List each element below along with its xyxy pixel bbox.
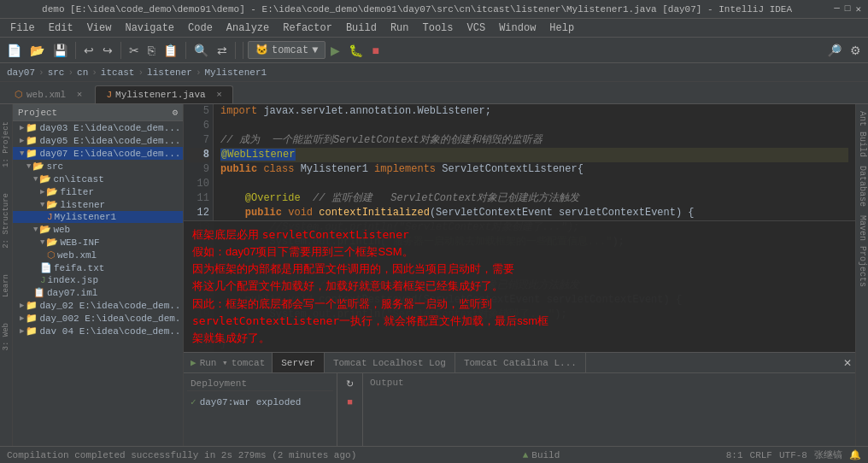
run-button[interactable]: ▶: [327, 42, 343, 59]
tree-cnitcast[interactable]: ▼ 📂 cn\itcast: [13, 173, 183, 185]
xml-icon: ⬡: [47, 249, 56, 261]
tree-day002[interactable]: ▶ 📁 day_002 E:\idea\code_dem...: [13, 312, 183, 325]
status-left: Compilation completed successfully in 2s…: [7, 450, 356, 460]
menu-edit[interactable]: Edit: [42, 19, 80, 37]
file-tree: ▶ 📁 day03 E:\idea\code_dem... ▶ 📁 day05 …: [13, 121, 183, 446]
close-bottom-panel[interactable]: ✕: [840, 353, 855, 372]
database-icon[interactable]: Database: [856, 162, 869, 210]
code-line-10: [220, 177, 848, 191]
status-right: 8:1 CRLF UTF-8 张继镐 🔔: [726, 448, 861, 461]
bottom-tab-localhost-log[interactable]: Tomcat Localhost Log: [325, 353, 455, 372]
close-tab-mylistener[interactable]: ×: [216, 90, 222, 100]
tree-day03[interactable]: ▶ 📁 day03 E:\idea\code_dem...: [13, 121, 183, 134]
tree-day07iml[interactable]: 📋 day07.iml: [13, 286, 183, 299]
tree-dav04[interactable]: ▶ 📁 dav 04 E:\idea\code_dem...: [13, 325, 183, 337]
menu-run[interactable]: Run: [384, 19, 416, 37]
tab-web-xml[interactable]: ⬡web.xml ×: [3, 85, 93, 103]
bottom-tab-catalina[interactable]: Tomcat Catalina L...: [455, 353, 586, 372]
code-line-6: [220, 119, 848, 133]
overlay-line3: 因为框架的内部都是用配置文件调用的，因此当项目启动时，需要: [192, 261, 847, 278]
title-bar: demo [E:\idea\code_demo\demo91\demo] - E…: [0, 0, 868, 19]
menu-navigate[interactable]: Navigate: [118, 19, 181, 37]
arrow-day03: ▶: [20, 123, 24, 132]
menu-refactor[interactable]: Refactor: [276, 19, 339, 37]
tab-mylistener1[interactable]: JMylistener1.java ×: [95, 85, 232, 103]
search-everywhere[interactable]: 🔎: [824, 42, 845, 59]
bottom-tab-server[interactable]: Server: [273, 353, 325, 372]
toolbar-paste[interactable]: 📋: [160, 42, 181, 59]
settings-button[interactable]: ⚙: [847, 42, 865, 59]
panel-gear[interactable]: ⚙: [172, 107, 178, 118]
menu-code[interactable]: Code: [181, 19, 220, 37]
breadcrumb-mylistener1[interactable]: Mylistener1: [205, 67, 267, 78]
toolbar-new[interactable]: 📄: [3, 42, 25, 59]
tree-day07[interactable]: ▼ 📁 day07 E:\idea\code_dem...: [13, 147, 183, 160]
breadcrumb-src[interactable]: src: [48, 67, 65, 78]
toolbar-find[interactable]: 🔍: [191, 42, 212, 59]
deployment-item[interactable]: ✓ day07:war exploded: [187, 395, 333, 409]
tree-day02[interactable]: ▶ 📁 day_02 E:\idea\code_dem...: [13, 299, 183, 312]
tree-feifa[interactable]: 📄 feifa.txt: [13, 261, 183, 274]
run-restart[interactable]: ↻: [343, 377, 357, 391]
breadcrumb-itcast[interactable]: itcast: [101, 67, 135, 78]
debug-button[interactable]: 🐛: [345, 42, 367, 59]
title-text: demo [E:\idea\code_demo\demo91\demo] - E…: [7, 4, 827, 15]
tree-webxml[interactable]: ⬡ web.xml: [13, 249, 183, 261]
folder-icon-dav04: 📁: [26, 325, 38, 337]
tree-webinf[interactable]: ▼ 📂 WEB-INF: [13, 236, 183, 249]
breadcrumb-listener[interactable]: listener: [147, 67, 192, 78]
run-panel: ▶ Run ▾ tomcat Server Tomcat Localhost L…: [184, 352, 855, 446]
tree-filter[interactable]: ▶ 📂 filter: [13, 185, 183, 198]
menu-help[interactable]: Help: [542, 19, 581, 37]
code-line-7: // 成为 一个能监听到ServletContext对象的创建和销毁的监听器: [220, 133, 848, 148]
build-label: Build: [531, 450, 560, 460]
toolbar-open[interactable]: 📂: [26, 42, 48, 59]
close-tab-webxml[interactable]: ×: [77, 90, 83, 100]
run-config[interactable]: 🐱 tomcat ▼: [248, 41, 326, 59]
toolbar-redo[interactable]: ↪: [99, 42, 116, 59]
tree-mylistener1[interactable]: J Mylistener1: [13, 211, 183, 223]
breadcrumb-cn[interactable]: cn: [77, 67, 88, 78]
tree-listener[interactable]: ▼ 📂 listener: [13, 198, 183, 211]
menu-vcs[interactable]: VCS: [460, 19, 493, 37]
menu-tools[interactable]: Tools: [416, 19, 460, 37]
menu-view[interactable]: View: [80, 19, 119, 37]
maven-icon[interactable]: Maven Projects: [856, 212, 869, 290]
breadcrumb-day07[interactable]: day07: [7, 67, 35, 78]
tree-src[interactable]: ▼ 📂 src: [13, 160, 183, 173]
run-config-label: tomcat: [272, 44, 308, 56]
output-label: Output: [370, 378, 404, 388]
sidebar-project-icon[interactable]: 1: Project: [2, 121, 10, 167]
toolbar-replace[interactable]: ⇄: [214, 42, 231, 59]
left-sidebar: 1: Project 2: Structure Learn 3: Web: [0, 104, 13, 446]
jsp-icon: J: [40, 275, 46, 285]
toolbar-save[interactable]: 💾: [50, 42, 71, 59]
toolbar-undo[interactable]: ↩: [80, 42, 97, 59]
folder-icon-listener: 📂: [46, 199, 58, 210]
close-icon[interactable]: ✕: [855, 3, 861, 15]
sidebar-learn-icon[interactable]: Learn: [2, 274, 10, 297]
menu-file[interactable]: File: [3, 19, 42, 37]
tree-label-src: src: [46, 161, 63, 172]
menu-analyze[interactable]: Analyze: [220, 19, 276, 37]
menu-build[interactable]: Build: [339, 19, 384, 37]
tree-web[interactable]: ▼ 📂 web: [13, 223, 183, 236]
tree-indexjsp[interactable]: J index.jsp: [13, 274, 183, 286]
sidebar-structure-icon[interactable]: 2: Structure: [2, 193, 10, 249]
code-line-8: @WebListener: [220, 148, 848, 162]
arrow-filter: ▶: [40, 187, 44, 196]
minimize-icon[interactable]: ─: [834, 3, 840, 15]
maximize-icon[interactable]: □: [845, 3, 851, 15]
toolbar-cut[interactable]: ✂: [126, 42, 143, 59]
stop-button[interactable]: ■: [368, 42, 382, 59]
run-stop[interactable]: ■: [343, 395, 356, 408]
editor-wrapper: 5 6 7 8 9 10 11 12 13 14 15 16 17 18: [184, 104, 855, 446]
notifications-icon[interactable]: 🔔: [849, 449, 861, 460]
line-separator: CRLF: [750, 450, 772, 460]
folder-icon-day02: 📁: [26, 300, 38, 311]
sidebar-web-icon[interactable]: 3: Web: [2, 323, 10, 350]
toolbar-copy[interactable]: ⎘: [144, 42, 158, 59]
ant-build-icon[interactable]: Ant Build: [856, 108, 869, 161]
menu-window[interactable]: Window: [492, 19, 542, 37]
tree-day05[interactable]: ▶ 📁 day05 E:\idea\code_dem...: [13, 134, 183, 147]
